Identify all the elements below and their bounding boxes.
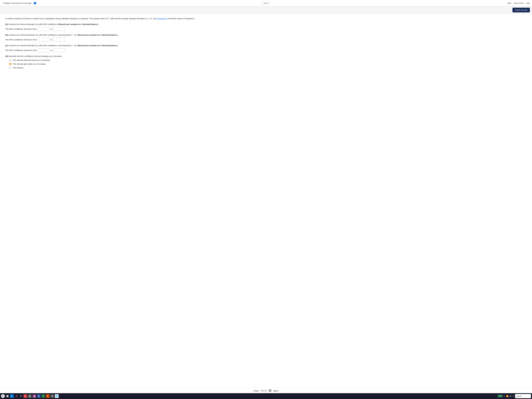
check-my-work-button[interactable]: Check my worl [513, 8, 530, 13]
lms-icon[interactable]: L [24, 394, 27, 398]
windows-icon: ⊞ [2, 395, 4, 397]
radio-option-1[interactable]: The interval stays the same as s increas… [9, 59, 527, 61]
check-work-area: Check my worl [0, 6, 532, 14]
calendar-icon[interactable]: 📅 [32, 394, 36, 398]
taskbar-right: 76% ∧ 📶 🔊 ✏ [498, 395, 514, 397]
submit-link[interactable]: Subr [526, 2, 530, 4]
part-d-label: (d) Describe how the confidence interval… [5, 55, 527, 58]
grid-view-icon[interactable] [269, 389, 271, 392]
network-icon: 📶 [506, 395, 508, 397]
part-a-input-from[interactable] [38, 27, 50, 31]
next-chevron-icon: › [278, 390, 279, 392]
part-b-label: (b) Construct an interval estimate of μ … [5, 33, 527, 37]
radio-label-2: The interval gets wider as s increases. [13, 63, 46, 65]
total-pages: 10 [265, 390, 267, 392]
prev-label: Prev [254, 390, 259, 392]
radio-option-2[interactable]: The interval gets wider as s increases. [9, 63, 527, 65]
part-d-options: The interval stays the same as s increas… [9, 59, 527, 69]
taskview-icon[interactable]: ⬜ [6, 394, 9, 398]
battery-percentage: 76% [498, 395, 503, 397]
appendix-d-link[interactable]: Appendix D [157, 17, 167, 20]
volume-icon: 🔊 [509, 395, 512, 397]
save-exit-link[interactable]: Save & Exit [514, 2, 523, 4]
part-c-ci-text: The 95% confidence interval is from [5, 49, 37, 51]
radio-option-3[interactable]: The interval... [9, 67, 527, 69]
part-c-input-from[interactable] [38, 48, 50, 52]
part-b-to: to [51, 38, 52, 41]
pen-icon: ✏ [513, 395, 514, 397]
part-c-ci-row: The 95% confidence interval is from to [5, 48, 527, 52]
excel-icon[interactable]: X [41, 394, 45, 398]
up-arrow-icon: ∧ [504, 395, 505, 397]
word-icon[interactable]: W [37, 394, 41, 398]
radio-circle-3[interactable] [9, 67, 11, 69]
search-placeholder: search [516, 395, 522, 397]
part-c-input-to[interactable] [53, 48, 65, 52]
part-a-to: to [51, 28, 52, 30]
part-c-label: (c) Construct an interval estimate of μ … [5, 44, 527, 47]
radio-label-3: The interval... [13, 67, 25, 69]
saved-badge: Saved [261, 1, 271, 5]
part-a-label: (a) Construct an interval estimate of μ … [5, 23, 527, 26]
nav-right-actions: Help Save & Exit Subr [507, 2, 530, 4]
radio-label-1: The interval stays the same as s increas… [13, 59, 51, 61]
current-page: 6 [261, 390, 262, 392]
pin-icon[interactable]: 📌 [14, 394, 18, 398]
chrome-icon[interactable]: 🌐 [55, 394, 59, 398]
part-b-note: (Round your answers to 3 decimal places.… [78, 34, 118, 36]
page-info: 6 of 10 [261, 390, 267, 392]
store-icon[interactable]: 🏪 [28, 394, 32, 398]
part-b-ci-row: The 95% confidence interval is from to [5, 38, 527, 41]
radio-circle-1[interactable] [9, 59, 11, 61]
edge-icon[interactable]: e [10, 394, 14, 398]
start-button[interactable]: ⊞ [1, 394, 5, 398]
part-b-ci-text: The 95% confidence interval is from [5, 38, 37, 41]
search-bar[interactable]: search [515, 394, 531, 398]
part-a-input-to[interactable] [53, 27, 65, 31]
page-of: of [262, 390, 264, 392]
part-c-tag: (c) [5, 44, 8, 47]
next-button[interactable]: Next › [273, 390, 279, 392]
top-navigation: : Chapter 8 (Sections 8.4 through... i S… [0, 0, 532, 6]
prev-button[interactable]: ‹ Prev [253, 390, 259, 392]
part-a-ci-text: The 95% confidence interval is from [5, 28, 37, 30]
chapter-title: : Chapter 8 (Sections 8.4 through... [2, 2, 33, 4]
problem-description: A random sample of 25 items is drawn fro… [5, 17, 527, 20]
part-b-input-to[interactable] [53, 38, 65, 41]
next-label: Next [273, 390, 278, 392]
part-d-tag: (d) [5, 55, 8, 57]
part-b-tag: (b) [5, 34, 8, 36]
taskbar: ⊞ ⬜ e 📌 ✉ L 🏪 📅 W X P ⚙ 🌐 76% ∧ 📶 🔊 ✏ se… [0, 393, 532, 399]
mail-icon[interactable]: ✉ [19, 394, 23, 398]
part-c-note: (Round your answers to 3 decimal places.… [77, 44, 118, 47]
powerpoint-icon[interactable]: P [46, 394, 50, 398]
settings-icon[interactable]: ⚙ [51, 394, 54, 398]
part-a-note: (Round your answers to 3 decimal places.… [58, 23, 98, 25]
part-a-tag: (a) [5, 23, 8, 25]
part-a-ci-row: The 95% confidence interval is from to [5, 27, 527, 31]
part-c-to: to [51, 49, 52, 51]
info-icon[interactable]: i [34, 2, 36, 5]
radio-circle-2[interactable] [9, 63, 11, 65]
prev-chevron-icon: ‹ [253, 390, 254, 392]
page-title: : Chapter 8 (Sections 8.4 through... i [2, 2, 36, 5]
help-link[interactable]: Help [507, 2, 511, 4]
pagination-bar: ‹ Prev 6 of 10 Next › [0, 388, 532, 393]
part-b-input-from[interactable] [38, 38, 50, 41]
main-content: A random sample of 25 items is drawn fro… [0, 14, 532, 388]
